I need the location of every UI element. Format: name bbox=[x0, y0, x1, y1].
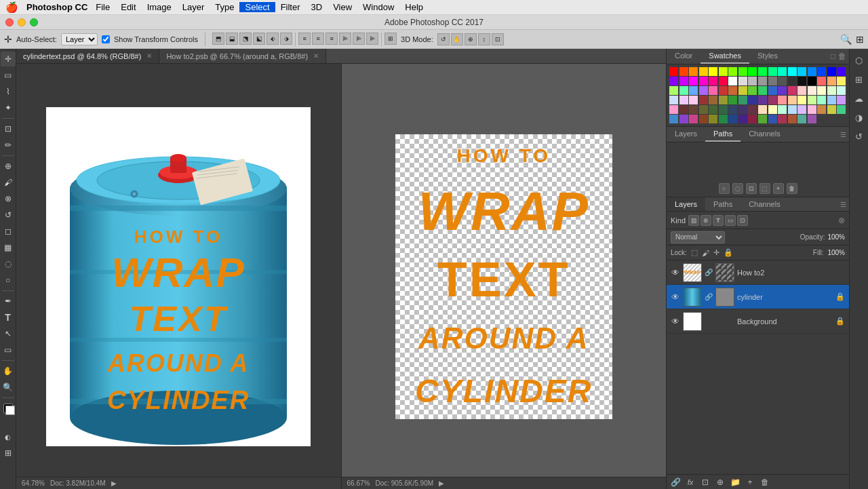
swatch-color[interactable] bbox=[719, 105, 728, 114]
tab-layers-paths[interactable]: Layers bbox=[667, 127, 705, 142]
layer-visibility-toggle[interactable]: 👁 bbox=[671, 317, 680, 326]
menu-select[interactable]: Select bbox=[239, 2, 275, 12]
align-bottom[interactable]: ⬔ bbox=[239, 33, 252, 45]
fullscreen-button[interactable] bbox=[30, 18, 38, 26]
swatch-color[interactable] bbox=[827, 86, 836, 95]
tab-close-icon-1[interactable]: ✕ bbox=[146, 52, 152, 60]
tab-paths[interactable]: Paths bbox=[705, 127, 741, 142]
layer-item[interactable]: 👁Background🔒 bbox=[667, 309, 849, 334]
fill-value[interactable]: 100% bbox=[827, 249, 845, 256]
swatch-color[interactable] bbox=[669, 115, 678, 123]
blend-mode-select[interactable]: Normal bbox=[671, 231, 725, 243]
zoom-tool[interactable]: 🔍 bbox=[1, 380, 16, 395]
align-hcenter[interactable]: ⬖ bbox=[267, 33, 279, 45]
swatch-color[interactable] bbox=[778, 96, 787, 104]
swatch-color[interactable] bbox=[758, 115, 767, 123]
blur-tool[interactable]: ◌ bbox=[1, 256, 16, 271]
swatch-color[interactable] bbox=[837, 96, 846, 104]
align-left[interactable]: ⬕ bbox=[253, 33, 265, 45]
swatch-color[interactable] bbox=[689, 115, 698, 123]
quick-select-tool[interactable]: ✦ bbox=[1, 100, 16, 115]
minimize-button[interactable] bbox=[18, 18, 26, 26]
swatch-color[interactable] bbox=[837, 67, 846, 76]
swatch-color[interactable] bbox=[679, 86, 688, 95]
swatch-color[interactable] bbox=[669, 77, 678, 85]
swatch-color[interactable] bbox=[679, 105, 688, 114]
fill-path-icon[interactable]: ○ bbox=[719, 183, 730, 194]
swatch-color[interactable] bbox=[817, 105, 826, 114]
3d-rotate[interactable]: ↺ bbox=[437, 33, 450, 45]
lock-paint-icon[interactable]: 🖌 bbox=[702, 249, 709, 257]
swatches-add-icon[interactable]: □ bbox=[831, 52, 835, 61]
layer-item[interactable]: 👁🔗cylinder🔒 bbox=[667, 285, 849, 309]
selection-from-path-icon[interactable]: ⬚ bbox=[760, 183, 770, 194]
fx-icon[interactable]: fx bbox=[684, 476, 696, 488]
type-tool[interactable]: T bbox=[1, 310, 16, 325]
swatch-color[interactable] bbox=[797, 77, 806, 85]
screen-mode[interactable]: ⊞ bbox=[1, 446, 16, 461]
lock-transparent-icon[interactable]: ⬚ bbox=[691, 248, 698, 257]
canvas-left[interactable]: HOW TO WRAP TEXT AROUND A CYLINDER bbox=[16, 64, 342, 489]
stamp-tool[interactable]: ⊗ bbox=[1, 191, 16, 206]
filter-adjust[interactable]: ⊕ bbox=[701, 215, 711, 226]
swatch-color[interactable] bbox=[768, 86, 777, 95]
swatch-color[interactable] bbox=[797, 67, 806, 76]
3d-scale[interactable]: ⊡ bbox=[492, 33, 504, 45]
3d-pan[interactable]: ✋ bbox=[451, 33, 463, 45]
quick-mask[interactable]: ◐ bbox=[1, 429, 16, 444]
swatch-color[interactable] bbox=[709, 67, 717, 76]
new-layer-icon[interactable]: + bbox=[744, 476, 756, 488]
lock-move-icon[interactable]: ✛ bbox=[713, 248, 719, 257]
swatch-color[interactable] bbox=[699, 96, 708, 104]
swatch-color[interactable] bbox=[679, 115, 688, 123]
swatch-color[interactable] bbox=[758, 86, 767, 95]
menu-layer[interactable]: Layer bbox=[177, 2, 210, 12]
stroke-path-icon[interactable]: ◌ bbox=[732, 183, 743, 194]
swatch-color[interactable] bbox=[788, 77, 797, 85]
dist-bottom[interactable]: ≡ bbox=[326, 33, 338, 45]
swatch-color[interactable] bbox=[837, 105, 846, 114]
menu-file[interactable]: File bbox=[90, 2, 115, 12]
history-brush[interactable]: ↺ bbox=[1, 208, 16, 222]
close-button[interactable] bbox=[5, 18, 14, 26]
layer-visibility-toggle[interactable]: 👁 bbox=[671, 292, 680, 302]
swatch-color[interactable] bbox=[679, 77, 688, 85]
swatch-color[interactable] bbox=[689, 67, 698, 76]
swatch-color[interactable] bbox=[669, 67, 678, 76]
new-path-icon[interactable]: + bbox=[773, 183, 784, 194]
left-arrow[interactable]: ▶ bbox=[111, 480, 117, 487]
swatch-color[interactable] bbox=[689, 77, 698, 85]
opacity-value[interactable]: 100% bbox=[827, 233, 845, 241]
delete-layer-icon[interactable]: 🗑 bbox=[759, 476, 771, 488]
3d-zoom[interactable]: ⊕ bbox=[465, 33, 477, 45]
heal-tool[interactable]: ⊕ bbox=[1, 159, 16, 174]
3d-panel-icon[interactable]: ⬡ bbox=[852, 53, 867, 68]
swatch-color[interactable] bbox=[797, 86, 806, 95]
swatch-color[interactable] bbox=[699, 105, 708, 114]
show-transform-checkbox[interactable] bbox=[102, 35, 110, 43]
canvas-right[interactable]: HOW TO WRAP TEXT AROUND A CYLINDER 66.67… bbox=[342, 64, 667, 489]
swatch-color[interactable] bbox=[669, 105, 678, 114]
menu-help[interactable]: Help bbox=[399, 2, 429, 12]
swatch-color[interactable] bbox=[797, 96, 806, 104]
swatch-color[interactable] bbox=[817, 77, 826, 85]
swatch-color[interactable] bbox=[709, 115, 717, 123]
swatch-color[interactable] bbox=[699, 86, 708, 95]
swatch-color[interactable] bbox=[748, 67, 757, 76]
align-top[interactable]: ⬒ bbox=[212, 33, 224, 45]
dist-hcenter[interactable]: ⫸ bbox=[353, 33, 365, 45]
align-vcenter[interactable]: ⬓ bbox=[226, 33, 238, 45]
swatch-color[interactable] bbox=[768, 96, 777, 104]
filter-smart[interactable]: ⊡ bbox=[737, 215, 748, 226]
swatch-color[interactable] bbox=[788, 115, 797, 123]
history-icon[interactable]: ↺ bbox=[852, 129, 867, 144]
swatch-color[interactable] bbox=[699, 115, 708, 123]
menu-3d[interactable]: 3D bbox=[306, 2, 328, 12]
swatch-color[interactable] bbox=[768, 77, 777, 85]
tab-cylindertext[interactable]: cylindertext.psd @ 64.8% (RGB/8#) ✕ bbox=[16, 49, 159, 63]
swatch-color[interactable] bbox=[748, 96, 757, 104]
swatch-color[interactable] bbox=[738, 67, 747, 76]
layer-visibility-toggle[interactable]: 👁 bbox=[671, 268, 680, 277]
add-mask-icon[interactable]: ⊡ bbox=[699, 476, 711, 488]
swatch-color[interactable] bbox=[728, 105, 737, 114]
